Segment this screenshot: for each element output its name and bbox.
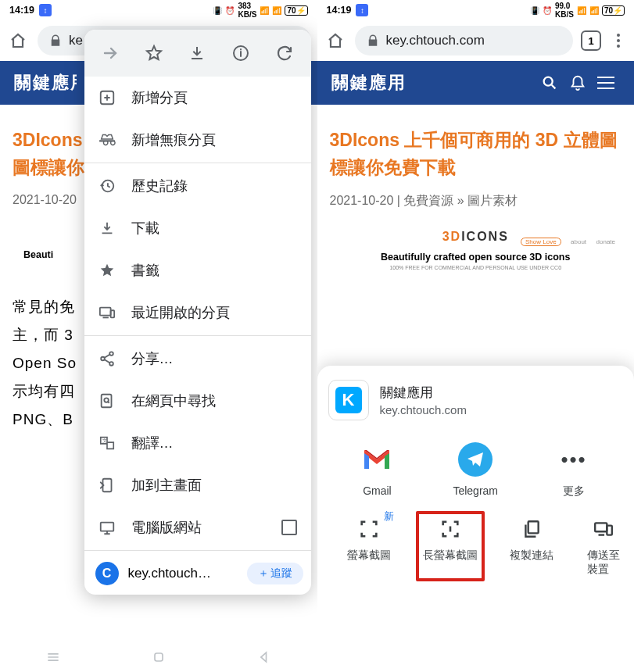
status-time: 14:19 xyxy=(9,5,34,16)
menu-find[interactable]: 在網頁中尋找 xyxy=(84,380,311,422)
lock-icon xyxy=(48,34,63,48)
more-button[interactable] xyxy=(609,34,628,48)
menu-translate[interactable]: 文翻譯… xyxy=(84,422,311,464)
menu-bookmarks[interactable]: 書籤 xyxy=(84,249,311,291)
share-more[interactable]: ••• 更多 xyxy=(525,442,623,499)
menu-incognito[interactable]: 新增無痕分頁 xyxy=(84,119,311,161)
nav-back[interactable] xyxy=(256,649,272,665)
phone-left: 14:19 ↕ 📳 ⏰ 383KB/S 📶 📶 70⚡ ke 關鍵應用 3DIc… xyxy=(0,0,317,672)
star-icon xyxy=(99,262,116,279)
bluetooth-icon: ↕ xyxy=(39,4,52,16)
url-bar[interactable]: key.chtouch.com xyxy=(355,26,574,55)
download-icon xyxy=(99,220,116,237)
action-send-to[interactable]: 傳送至裝置 xyxy=(572,517,624,577)
menu-desktop-site[interactable]: 電腦版網站 xyxy=(84,506,311,549)
share-telegram[interactable]: Telegram xyxy=(426,442,525,499)
svg-text:文: 文 xyxy=(102,438,106,443)
share-actions: 新 螢幕截圖 長螢幕截圖 複製連結 傳送至裝置 xyxy=(328,503,624,584)
add-home-icon xyxy=(99,477,116,494)
svg-rect-17 xyxy=(607,526,612,535)
sheet-domain: key.chtouch.com xyxy=(380,403,467,416)
share-sheet: K 關鍵應用 key.chtouch.com Gmail Telegram ••… xyxy=(317,366,635,672)
status-bar: 14:19 ↕ 📳 ⏰ 99.0KB/S 📶 📶 70⚡ xyxy=(317,0,635,20)
site-icon: K xyxy=(328,380,369,420)
home-button[interactable] xyxy=(324,29,347,52)
incognito-icon xyxy=(99,131,116,148)
devices-icon xyxy=(592,517,615,541)
find-icon xyxy=(99,392,116,409)
tabs-button[interactable]: 1 xyxy=(581,30,601,51)
new-badge: 新 xyxy=(384,509,394,524)
more-icon: ••• xyxy=(557,442,591,477)
svg-rect-16 xyxy=(595,523,607,531)
home-button[interactable] xyxy=(6,29,30,52)
banner: Show Love about donate 3DICONS Beautiful… xyxy=(336,230,616,270)
system-nav xyxy=(0,642,317,672)
action-copy-link[interactable]: 複製連結 xyxy=(491,517,572,577)
bluetooth-icon: ↕ xyxy=(356,4,368,16)
reload-button[interactable] xyxy=(263,44,306,63)
desktop-icon xyxy=(99,519,116,536)
copy-icon xyxy=(520,517,543,541)
svg-rect-3 xyxy=(99,308,110,316)
svg-rect-4 xyxy=(110,310,114,317)
menu-add-home[interactable]: 加到主畫面 xyxy=(84,464,311,506)
menu-recent-tabs[interactable]: 最近開啟的分頁 xyxy=(84,291,311,334)
brand-title: 關鍵應用 xyxy=(14,71,77,95)
menu-share[interactable]: 分享… xyxy=(84,338,311,380)
share-targets: Gmail Telegram ••• 更多 xyxy=(328,431,624,503)
menu-downloads[interactable]: 下載 xyxy=(84,207,311,249)
action-long-screenshot[interactable]: 長螢幕截圖 xyxy=(410,517,491,577)
wifi-icon: 📶 xyxy=(260,6,269,15)
status-time: 14:19 xyxy=(327,5,352,16)
devices-icon xyxy=(99,304,116,321)
forward-button[interactable] xyxy=(89,44,133,63)
screenshot-icon xyxy=(357,517,381,541)
menu-icon[interactable] xyxy=(592,77,620,89)
site-avatar: C xyxy=(95,562,119,585)
battery-icon: 70⚡ xyxy=(602,5,625,16)
nav-recent[interactable] xyxy=(45,649,61,665)
svg-rect-12 xyxy=(100,523,113,531)
chrome-menu: 新增分頁 新增無痕分頁 歷史記錄 下載 書籤 最近開啟的分頁 分享… 在網頁中尋… xyxy=(84,30,311,595)
telegram-icon xyxy=(458,442,493,477)
menu-new-tab[interactable]: 新增分頁 xyxy=(84,77,311,119)
svg-rect-15 xyxy=(528,521,538,533)
long-screenshot-icon xyxy=(439,517,462,541)
svg-point-14 xyxy=(544,77,553,86)
vibrate-icon: 📳 xyxy=(530,6,539,15)
menu-history[interactable]: 歷史記錄 xyxy=(84,165,311,207)
alarm-icon: ⏰ xyxy=(225,6,235,15)
battery-icon: 70⚡ xyxy=(285,5,307,16)
article-meta: 2021-10-20 | 免費資源 » 圖片素材 xyxy=(330,193,622,209)
url-text: key.chtouch.com xyxy=(386,33,485,48)
bell-icon[interactable] xyxy=(564,74,592,91)
info-button[interactable] xyxy=(219,44,263,63)
svg-rect-13 xyxy=(155,653,163,661)
article-title[interactable]: 3DIcons 上千個可商用的 3D 立體圖標讓你免費下載 xyxy=(330,127,622,181)
bookmark-button[interactable] xyxy=(132,44,176,63)
brand-title: 關鍵應用 xyxy=(331,71,407,95)
page-header: 關鍵應用 xyxy=(317,61,635,105)
wifi-icon: 📶 xyxy=(577,6,586,15)
signal-icon: 📶 xyxy=(272,6,281,15)
alarm-icon: ⏰ xyxy=(543,6,552,15)
gmail-icon xyxy=(361,447,392,472)
share-gmail[interactable]: Gmail xyxy=(328,442,427,499)
article: 3DIcons 上千個可商用的 3D 立體圖標讓你免費下載 2021-10-20… xyxy=(317,105,635,280)
sheet-title: 關鍵應用 xyxy=(380,384,467,402)
browser-toolbar: key.chtouch.com 1 xyxy=(317,20,635,61)
translate-icon: 文 xyxy=(99,434,116,452)
lock-icon xyxy=(366,34,380,48)
download-button[interactable] xyxy=(176,44,220,63)
status-bar: 14:19 ↕ 📳 ⏰ 383KB/S 📶 📶 70⚡ xyxy=(0,0,317,20)
menu-follow-site[interactable]: C key.chtouch… ＋ 追蹤 xyxy=(84,552,311,595)
svg-rect-8 xyxy=(101,395,111,408)
nav-home[interactable] xyxy=(151,649,167,665)
desktop-checkbox[interactable] xyxy=(281,520,297,535)
search-icon[interactable] xyxy=(535,74,564,91)
history-icon xyxy=(99,177,116,195)
signal-icon: 📶 xyxy=(589,6,599,15)
follow-button[interactable]: ＋ 追蹤 xyxy=(247,563,303,584)
action-screenshot[interactable]: 新 螢幕截圖 xyxy=(328,517,410,577)
